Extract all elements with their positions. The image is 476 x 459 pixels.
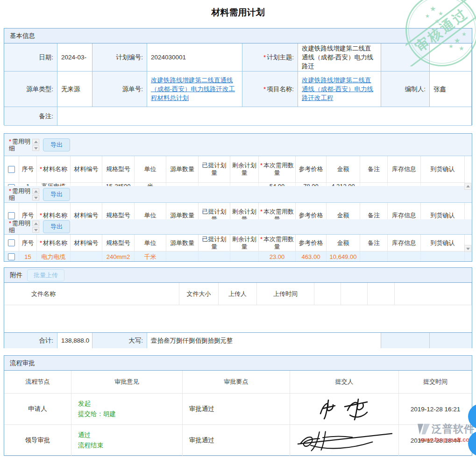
column-header-arrival-confirm: 到货确认 — [421, 235, 465, 251]
approval-header-row: 流程节点 审批意见 审批要点 提交人 提交时间 — [4, 371, 472, 394]
column-header-submit-time: 提交时间 — [399, 371, 472, 394]
caps-value: 壹拾叁万捌仟捌佰捌拾捌元整 — [147, 333, 381, 348]
approval-title: 流程审批 — [10, 359, 35, 367]
column-header-opinion: 审批意见 — [71, 371, 183, 394]
spinner-down-icon[interactable] — [32, 227, 39, 233]
column-header-key-point: 审批要点 — [183, 371, 290, 394]
author-label: 编制人: — [381, 72, 430, 107]
row-select-checkbox[interactable] — [8, 253, 15, 260]
column-header-ref-price: 参考价格 — [296, 235, 327, 251]
select-all-checkbox[interactable] — [8, 212, 15, 219]
column-header-remaining-qty: 剩余计划量 — [230, 156, 259, 183]
column-header-need-qty: *本次需用数量 — [259, 235, 296, 251]
subject-label: *计划主题: — [242, 43, 298, 72]
column-header-file-size: 文件大小 — [179, 283, 219, 305]
total-value: 138,888.0 — [57, 333, 92, 348]
approval-row-leader: 领导审批 通过 流程结束 审批通过 2019-12-28 18:44 — [4, 425, 472, 456]
subject-value: 改建铁路线增建第二线直通线（成都-西安）电力线路迁 — [298, 43, 381, 72]
source-no-link[interactable]: 改建铁路线增建第二线直通线（成都-西安）电力线路迁改工程材料总计划 — [151, 76, 238, 102]
export-button[interactable]: 导出 — [43, 138, 70, 151]
project-link[interactable]: 改建铁路线增建第二线直通线（成都-西安）电力线路迁改工程 — [302, 76, 377, 102]
basic-info-header: 基本信息 — [4, 29, 472, 43]
column-header-planned-qty: 已提计划量 — [199, 235, 230, 251]
basic-info-grid: 日期: 2024-03- 计划编号: 2024030001 *计划主题: 改建铁… — [4, 43, 472, 126]
export-button[interactable]: 导出 — [43, 188, 70, 201]
column-header-remaining-qty: 剩余计划量 — [230, 235, 259, 251]
section-spinner — [32, 221, 39, 233]
required-asterisk: * — [260, 208, 263, 215]
column-header-seq: 序号 — [19, 235, 37, 251]
cell-stock-info — [388, 251, 421, 262]
cell-unit: 千米 — [135, 251, 166, 262]
cell-need-qty: 23.00 — [259, 251, 296, 262]
vertical-scrollbar[interactable] — [464, 183, 471, 252]
empty-header-cell — [314, 283, 341, 305]
empty-total-cell — [381, 333, 430, 348]
column-header-upload-time: 上传时间 — [257, 283, 314, 305]
cell-remaining-qty — [230, 251, 259, 262]
section-spinner — [32, 188, 39, 201]
scroll-down-icon[interactable] — [464, 245, 471, 252]
select-all-checkbox[interactable] — [8, 239, 15, 246]
cell-ref-price: 463.00 — [296, 251, 327, 262]
approval-section: 流程审批 流程节点 审批意见 审批要点 提交人 提交时间 申请人 发起 提交给：… — [4, 355, 472, 456]
project-label: *项目名称: — [242, 72, 298, 107]
spinner-up-icon[interactable] — [32, 139, 39, 144]
page-title: 材料需用计划 — [0, 7, 476, 19]
source-no-cell: 改建铁路线增建第二线直通线（成都-西安）电力线路迁改工程材料总计划 — [147, 72, 242, 107]
spinner-up-icon[interactable] — [32, 188, 39, 194]
scroll-up-icon[interactable] — [464, 183, 471, 190]
attachment-section: 附件 批量上传 文件名称 文件大小 上传人 上传时间 合计: 138,888.0… — [4, 267, 472, 348]
empty-label-cell — [381, 43, 430, 72]
required-asterisk: * — [40, 239, 42, 246]
opinion-line: 流程结束 — [78, 441, 103, 450]
detail-toolbar: *需用明细 导出 — [4, 219, 472, 235]
source-no-label: 源单号: — [92, 72, 147, 107]
required-asterisk: * — [260, 162, 263, 169]
spinner-down-icon[interactable] — [32, 195, 39, 201]
column-header-file-name: 文件名称 — [4, 283, 179, 305]
flow-node: 申请人 — [4, 394, 71, 425]
column-header-unit: 单位 — [135, 156, 166, 183]
column-header-stock-info: 库存信息 — [388, 156, 421, 183]
column-header-uploader: 上传人 — [219, 283, 257, 305]
opinion-line: 通过 — [78, 431, 103, 439]
column-header-submitter: 提交人 — [290, 371, 399, 394]
spinner-down-icon[interactable] — [32, 145, 39, 151]
column-header-need-qty: *本次需用数量 — [259, 156, 296, 183]
column-header-material-name: *材料名称 — [37, 235, 71, 251]
detail-toolbar: *需用明细 导出 — [4, 186, 472, 203]
required-asterisk: * — [9, 220, 11, 227]
opinion-line: 提交给：胡建 — [78, 410, 116, 418]
approval-header: 流程审批 — [4, 356, 472, 371]
source-type-label: 源单类型: — [4, 72, 57, 107]
plan-no-label: 计划编号: — [92, 43, 147, 72]
attachment-header-row: 文件名称 文件大小 上传人 上传时间 — [4, 283, 472, 305]
source-type-value: 无来源 — [57, 72, 92, 107]
total-label: 合计: — [4, 333, 57, 348]
star-icon: ★ — [434, 18, 440, 25]
required-asterisk: * — [260, 236, 263, 243]
select-all-checkbox[interactable] — [8, 166, 15, 173]
cell-source-qty — [166, 251, 199, 262]
empty-header-cell — [395, 283, 472, 305]
column-header-seq: 序号 — [19, 156, 37, 183]
row-select-cell — [4, 251, 19, 262]
spinner-up-icon[interactable] — [32, 221, 39, 226]
opinion-cell: 通过 流程结束 — [71, 425, 183, 456]
batch-upload-button[interactable]: 批量上传 — [27, 269, 64, 281]
submit-time: 2019-12-28 16:21 — [399, 394, 472, 425]
detail-section-title: *需用明细 — [9, 220, 31, 234]
caps-label: 大写: — [92, 333, 147, 348]
flow-node: 领导审批 — [4, 425, 71, 456]
signature-zhang-xin — [290, 394, 399, 425]
cell-arrival-confirm — [421, 251, 465, 262]
column-header-ref-price: 参考价格 — [296, 156, 327, 183]
empty-total-cell — [430, 333, 472, 348]
export-button[interactable]: 导出 — [43, 220, 70, 233]
column-header-spec: 规格型号 — [102, 235, 135, 251]
remark-value — [57, 107, 472, 126]
signature-hu-jian — [290, 425, 399, 456]
approval-row-applicant: 申请人 发起 提交给：胡建 审批通过 2019-12- — [4, 394, 472, 425]
table-row-15[interactable]: 15 电力电缆 240mm2 千米 23.00 463.00 10,649.00 — [4, 251, 472, 262]
